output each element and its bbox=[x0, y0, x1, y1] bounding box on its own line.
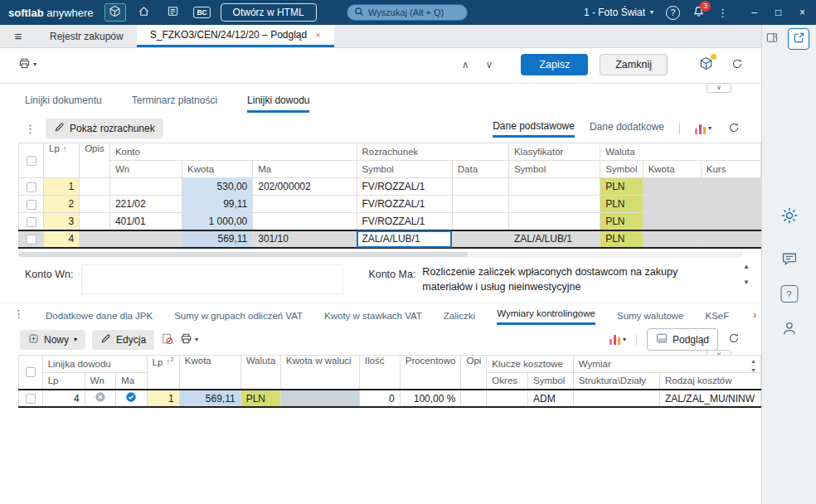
refresh-detail-button[interactable] bbox=[728, 332, 740, 346]
column-header-kwota-w-walucie[interactable]: Kwota w waluci bbox=[281, 355, 360, 390]
cell-kurs[interactable] bbox=[701, 178, 760, 196]
scroll-up-icon[interactable]: ▲ bbox=[743, 263, 750, 270]
column-header-wal-symbol[interactable]: Symbol bbox=[600, 161, 643, 178]
panel-scrollbar[interactable]: ▲ ▼ bbox=[743, 263, 750, 286]
select-all-cell[interactable] bbox=[19, 355, 43, 390]
cell-opis[interactable] bbox=[80, 196, 110, 213]
column-header-ma[interactable]: Ma bbox=[116, 372, 147, 390]
cell-wal-kwota[interactable] bbox=[643, 196, 701, 213]
cell-wal-symbol[interactable]: PLN bbox=[600, 196, 643, 213]
tab-dodatkowe-dane-jpk[interactable]: Dodatkowe dane dla JPK bbox=[46, 311, 153, 325]
cell-kwota[interactable]: 1 000,00 bbox=[182, 213, 253, 230]
maximize-button[interactable]: □ bbox=[766, 0, 790, 25]
preview-toggle-button[interactable]: Podgląd bbox=[647, 328, 718, 351]
cell-roz-symbol[interactable]: FV/ROZZAL/1 bbox=[357, 213, 452, 230]
cell-data[interactable] bbox=[452, 230, 508, 248]
column-header-klas-symbol[interactable]: Symbol bbox=[508, 161, 600, 178]
row-checkbox[interactable] bbox=[26, 394, 36, 404]
column-header-wn[interactable]: Wn bbox=[109, 161, 182, 178]
cell-lp[interactable]: 1 bbox=[44, 178, 80, 196]
column-header-wal-kwota[interactable]: Kwota bbox=[643, 161, 701, 178]
edit-button[interactable]: Edycja bbox=[92, 330, 154, 350]
cell-data[interactable] bbox=[452, 196, 508, 213]
open-in-window-button[interactable] bbox=[788, 28, 809, 50]
company-selector[interactable]: 1 - Foto Świat ▾ bbox=[584, 7, 653, 18]
grid-menu-button[interactable]: ⋮ bbox=[25, 123, 36, 135]
column-header-data[interactable]: Data bbox=[452, 161, 508, 178]
reports-button[interactable] bbox=[163, 3, 184, 22]
column-header-kwota[interactable]: Kwota bbox=[179, 355, 240, 390]
table-row[interactable]: 1 530,00 202/000002 FV/ROZZAL/1 PLN bbox=[19, 178, 761, 196]
new-button[interactable]: Nowy ▾ bbox=[20, 330, 85, 350]
column-group-wymiar[interactable]: Wymiar bbox=[573, 355, 760, 372]
select-all-checkbox[interactable] bbox=[26, 367, 36, 377]
cell-klas-symbol[interactable] bbox=[508, 213, 600, 230]
feedback-button[interactable] bbox=[780, 250, 798, 270]
column-header-waluta[interactable]: Waluta bbox=[240, 355, 280, 390]
cell-ma[interactable] bbox=[253, 213, 357, 230]
tab-sumy-walutowe[interactable]: Sumy walutowe bbox=[617, 311, 684, 325]
cell-data[interactable] bbox=[452, 213, 508, 230]
cell-wal-kwota[interactable] bbox=[643, 230, 701, 248]
next-record-button[interactable]: ∨ bbox=[486, 59, 493, 70]
grid-scrollbar[interactable]: ▲ ▼ bbox=[750, 358, 756, 373]
cell-ma[interactable]: 301/10 bbox=[253, 230, 357, 248]
cell-wn[interactable] bbox=[109, 230, 182, 248]
scroll-down-icon[interactable]: ▼ bbox=[743, 279, 750, 286]
column-group-klasyfikator[interactable]: Klasyfikator bbox=[508, 143, 600, 161]
cell-kurs[interactable] bbox=[701, 196, 760, 213]
cell-opis[interactable] bbox=[80, 178, 110, 196]
cell-lp[interactable]: 1 bbox=[147, 390, 179, 407]
wn-status-cell[interactable] bbox=[85, 390, 115, 407]
row-select-cell[interactable] bbox=[19, 390, 43, 407]
ma-status-cell[interactable] bbox=[116, 390, 147, 407]
cell-klas-symbol[interactable] bbox=[508, 196, 600, 213]
column-header-okres[interactable]: Okres bbox=[487, 372, 528, 390]
tab-wymiary-kontrolingowe[interactable]: Wymiary kontrolingowe bbox=[497, 308, 595, 325]
cell-kwota[interactable]: 569,11 bbox=[179, 390, 240, 407]
cell-wal-symbol[interactable]: PLN bbox=[600, 178, 643, 196]
column-header-ma[interactable]: Ma bbox=[253, 161, 357, 178]
delete-button[interactable] bbox=[161, 332, 173, 347]
cell-roz-symbol[interactable]: FV/ROZZAL/1 bbox=[357, 196, 452, 213]
cell-waluta[interactable]: PLN bbox=[240, 390, 280, 407]
module-cube-button[interactable] bbox=[104, 3, 126, 22]
detail-tabs-menu[interactable]: ⋮ bbox=[13, 308, 24, 320]
tab-kwoty-stawki-vat[interactable]: Kwoty w stawkach VAT bbox=[324, 311, 422, 325]
scroll-down-icon[interactable]: ▼ bbox=[750, 367, 756, 373]
open-in-html-button[interactable]: Otwórz w HTML bbox=[221, 3, 317, 22]
minimize-button[interactable]: – bbox=[742, 0, 766, 25]
refresh-button[interactable] bbox=[731, 58, 743, 72]
tab-zaliczki[interactable]: Zaliczki bbox=[444, 311, 475, 325]
cell-ma[interactable]: 202/000002 bbox=[253, 178, 357, 196]
cell-kwota[interactable]: 569,11 bbox=[182, 230, 253, 248]
table-row[interactable]: 3 401/01 1 000,00 FV/ROZZAL/1 PLN bbox=[19, 213, 761, 230]
cell-wal-symbol[interactable]: PLN bbox=[600, 213, 643, 230]
home-button[interactable] bbox=[134, 3, 155, 22]
select-all-checkbox[interactable] bbox=[27, 156, 36, 166]
tabs-overflow-icon[interactable]: › bbox=[753, 309, 756, 321]
help-button[interactable]: ? bbox=[666, 6, 680, 20]
bc-button[interactable]: BC bbox=[192, 3, 213, 22]
column-header-ilosc[interactable]: Ilość bbox=[359, 355, 400, 390]
cell-kurs[interactable] bbox=[701, 213, 760, 230]
cell-opis[interactable] bbox=[461, 390, 487, 407]
refresh-grid-button[interactable] bbox=[728, 122, 740, 136]
cell-kwota-w-walucie[interactable] bbox=[281, 390, 360, 407]
properties-panel-button[interactable] bbox=[762, 29, 782, 49]
column-header-procentowo[interactable]: Procentowo bbox=[400, 355, 461, 390]
row-checkbox[interactable] bbox=[27, 200, 36, 210]
column-header-lp[interactable]: Lp↑2 bbox=[147, 355, 179, 390]
column-header-kurs[interactable]: Kurs bbox=[701, 161, 760, 178]
column-group-linijka-dowodu[interactable]: Linijka dowodu bbox=[42, 355, 147, 372]
cell-wn[interactable] bbox=[109, 178, 182, 196]
tab-linijki-dowodu[interactable]: Linijki dowodu bbox=[247, 94, 309, 113]
tab-ksef[interactable]: KSeF bbox=[706, 311, 730, 325]
contact-button[interactable] bbox=[780, 320, 798, 340]
global-search[interactable] bbox=[347, 4, 468, 21]
show-settlement-button[interactable]: Pokaż rozrachunek bbox=[46, 119, 163, 138]
cell-lp[interactable]: 2 bbox=[44, 196, 80, 213]
cell-opis[interactable] bbox=[80, 230, 110, 248]
table-row-selected[interactable]: 4 569,11 301/10 ZAL/A/LUB/1 ZAL/A/LUB/1 … bbox=[19, 230, 761, 248]
cell-kwota[interactable]: 99,11 bbox=[182, 196, 253, 213]
